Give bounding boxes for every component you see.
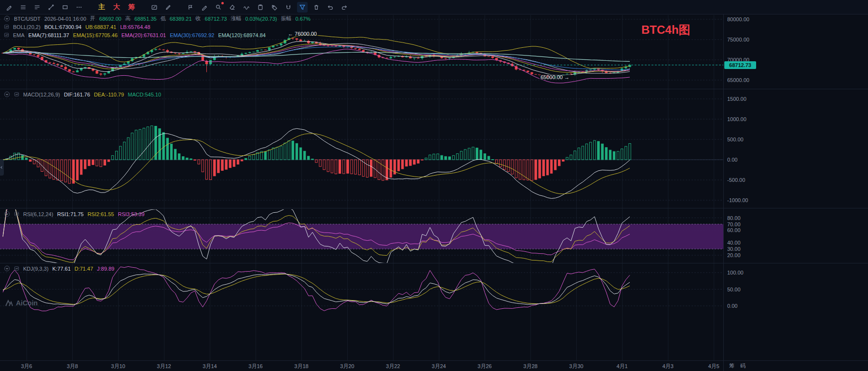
aicoin-logo-mark [5,300,14,307]
collapse-rsi-panel-icon[interactable] [4,211,10,217]
info-segment: 振幅 [281,15,291,22]
aicoin-logo: AiCoin [5,299,38,307]
brush-tool-icon[interactable] [163,2,174,13]
time-axis-label: 3月18 [290,363,313,370]
clipboard-tool-icon[interactable] [255,2,266,13]
info-segment: 0.03%(20.73) [245,16,277,22]
redo-icon[interactable] [339,2,350,13]
info-segment: BOLL(20,2) [13,24,41,30]
tag-tool-icon[interactable] [269,2,280,13]
info-segment: EMA(120):68974.84 [218,32,265,38]
rsi-axis-label: 60.00 [727,227,741,234]
info-segment: EMA(7):68111.37 [28,32,69,38]
search-zoom-icon[interactable] [213,2,224,13]
pencil-tool-icon[interactable] [199,2,210,13]
info-segment: BOLL:67300.94 [44,24,81,30]
kdj-indicator-icon[interactable] [14,266,19,271]
note-edit-icon[interactable] [149,2,160,13]
kdj-info-row: KDJ(9,3,3)K:77.61D:71.47J:89.89 [4,265,114,272]
info-segment: MACD:545.10 [128,92,161,97]
chart-title-drawing[interactable]: BTC4h图 [641,22,690,38]
large-view-button[interactable]: 大 [111,2,122,13]
price-axis-label: 75000.00 [727,36,749,43]
info-segment: 0.67% [295,16,310,22]
info-segment: DIF:161.76 [64,92,90,97]
info-segment: RSI2:61.55 [87,211,114,217]
undo-icon[interactable] [325,2,336,13]
indicator-list-icon[interactable] [18,2,28,13]
info-segment: LB:65764.48 [120,24,150,30]
info-segment: RSI3:53.39 [118,211,144,217]
rectangle-tool-icon[interactable] [60,2,70,13]
eraser-tool-icon[interactable] [227,2,238,13]
collapse-macd-panel-icon[interactable] [4,91,10,97]
info-segment: K:77.61 [53,266,71,272]
time-axis-label: 3月24 [427,363,450,370]
macd-axis-label: 1500.00 [727,96,746,102]
toolbar-group [4,2,84,13]
collapse-main-panel-icon[interactable] [4,15,10,22]
price-axis-label: 65000.00 [727,77,749,83]
chip-distribution-button[interactable]: 筹 [126,2,137,13]
toolbar-group [149,2,174,13]
ema-indicator-icon[interactable] [4,32,9,38]
kdj-axis-label: 100.00 [727,269,744,276]
price-annotation-low[interactable]: 65000.00 → [539,74,571,80]
macd-axis-label: -500.00 [727,177,745,183]
time-axis-label: 3月30 [565,363,588,370]
wave-tool-icon[interactable] [241,2,252,13]
trendline-tool-icon[interactable] [46,2,56,13]
info-segment: 涨幅 [231,15,241,22]
info-segment: J:89.89 [97,266,114,272]
macd-axis-label: 1000.00 [727,116,746,123]
last-price-badge: 68712.73 [724,61,756,69]
kdj-axis-label: 0.00 [727,302,737,309]
price-annotation-high[interactable]: ← 76000.00 [286,31,318,37]
info-segment: BTC/USDT [14,16,41,22]
info-segment: KDJ(9,3,3) [23,266,49,272]
magnet-tool-icon[interactable] [283,2,294,13]
more-tools-icon[interactable] [74,2,84,13]
macd-axis-label: 500.00 [727,136,744,143]
info-segment: EMA(30):67692.92 [170,32,214,38]
rsi-indicator-icon[interactable] [14,211,19,217]
macd-axis-label: 0.00 [727,156,737,163]
top-toolbar: 主大筹 [0,0,868,14]
price-axis-label: 80000.00 [727,16,749,23]
rsi-axis-label: 40.00 [727,239,741,246]
rsi-axis-label: 30.00 [727,246,741,252]
info-segment: EMA [13,32,25,38]
aicoin-logo-text: AiCoin [16,299,38,307]
draw-tool-icon[interactable] [4,2,14,13]
left-panel-handle[interactable] [0,159,4,176]
boll-indicator-icon[interactable] [4,24,9,29]
time-axis-label: 4月5 [702,363,725,370]
macd-indicator-icon[interactable] [14,92,19,97]
bottom-right-buttons: 筹码 [729,362,746,370]
time-axis-label: 3月16 [244,363,267,370]
info-segment: 68712.73 [205,16,227,22]
time-axis-label: 3月26 [473,363,496,370]
bottom-toggle-筹[interactable]: 筹 [729,362,734,370]
bottom-toggle-码[interactable]: 码 [740,362,746,370]
boll-info-row: BOLL(20,2)BOLL:67300.94UB:68837.41LB:657… [4,23,150,30]
main-overlay-button[interactable]: 主 [96,2,108,13]
info-segment: 68692.00 [99,16,122,22]
collapse-kdj-panel-icon[interactable] [4,265,10,272]
kdj-axis-label: 50.00 [727,286,741,293]
time-axis-label: 3月6 [15,363,38,370]
flag-tool-icon[interactable] [185,2,196,13]
info-segment: MACD(12,26,9) [23,92,60,97]
time-axis-label: 3月20 [336,363,359,370]
template-list-icon[interactable] [32,2,42,13]
time-axis-label: 4月3 [656,363,679,370]
time-axis-label: 3月12 [152,363,176,370]
info-segment: 68851.35 [135,16,157,22]
delete-tool-icon[interactable] [311,2,322,13]
notification-dot [221,2,224,4]
rsi-axis-label: 80.00 [727,215,741,221]
info-segment: RSI(6,12,24) [23,211,53,217]
filter-tool-icon[interactable] [297,2,308,13]
time-axis-label: 3月10 [107,363,130,370]
symbol-info-row: BTC/USDT2026-04-01 16:00开68692.00高68851.… [4,15,311,22]
